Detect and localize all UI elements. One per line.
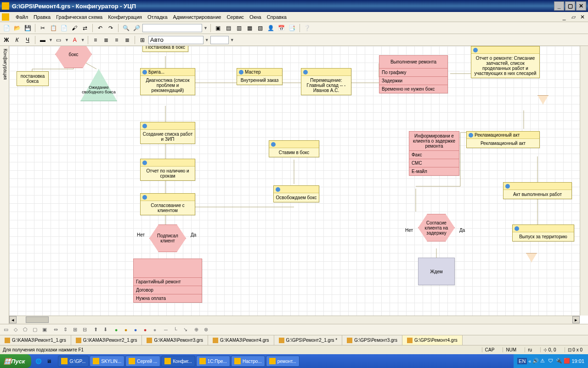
paint-icon[interactable]: 🖌 (70, 23, 79, 33)
tab-6[interactable]: G:\GPS\Ремонт4.grs (402, 335, 463, 345)
conn-2-icon[interactable]: └ (171, 326, 180, 334)
shape-2-icon[interactable]: ◇ (11, 326, 20, 334)
tray-icon-5[interactable]: 🟥 (564, 358, 570, 364)
close-button[interactable]: ✕ (576, 1, 586, 11)
new-icon[interactable]: 📄 (2, 23, 11, 33)
ql-ie-icon[interactable]: 🌐 (34, 356, 43, 366)
layout-1-icon[interactable]: ⊞ (71, 326, 79, 334)
menu-service[interactable]: Сервис (224, 13, 247, 21)
node-diagnostic[interactable]: Брига... Диагностика (список проблем и р… (140, 68, 195, 95)
border-icon[interactable]: ▭ (54, 35, 63, 45)
tray-icon-4[interactable]: 🔌 (556, 358, 562, 364)
tb-d[interactable]: ▦ (245, 23, 254, 33)
misc-2-icon[interactable]: ⊗ (202, 326, 210, 334)
grid-icon[interactable]: ⊞ (138, 35, 147, 45)
align-v-icon[interactable]: ⇕ (61, 326, 69, 334)
italic-icon[interactable]: К (12, 35, 22, 45)
node-postanov[interactable]: Постановка в бокс (142, 46, 188, 52)
tab-5[interactable]: G:\GPS\Ремонт3.grs (342, 335, 402, 345)
tray-icon-1[interactable]: 🔊 (532, 358, 539, 364)
tb-person-icon[interactable]: 👤 (266, 23, 276, 33)
find-icon[interactable]: 🔍 (121, 23, 130, 33)
misc-1-icon[interactable]: ⊕ (192, 326, 200, 334)
redo-icon[interactable]: ↷ (106, 23, 115, 33)
app-menu-icon[interactable] (2, 13, 9, 21)
menu-help[interactable]: Справка (264, 13, 289, 21)
node-wait-triangle[interactable]: Ожидание свободного бокса (80, 69, 117, 101)
node-warranty[interactable]: Гарантийный ремонт Договор Нужна оплата (133, 259, 202, 303)
minimize-button[interactable]: _ (554, 1, 564, 11)
node-inform[interactable]: Информировани е клиента о задержке ремон… (409, 131, 459, 176)
tb-a[interactable]: ▣ (214, 23, 223, 33)
node-agree-client[interactable]: Согласование с клиентом (140, 193, 195, 215)
menu-debug[interactable]: Отладка (145, 13, 170, 21)
cut-icon[interactable]: ✂ (38, 23, 47, 33)
color-4-icon[interactable]: ● (141, 326, 149, 334)
paste-icon[interactable]: 📄 (59, 23, 68, 33)
node-stock-report[interactable]: Отчет по наличию и срокам (140, 159, 195, 181)
shape-4-icon[interactable]: ▢ (31, 326, 39, 334)
compare-icon[interactable]: ⇄ (80, 23, 90, 33)
fill-icon[interactable]: ▬ (38, 35, 47, 45)
task-4[interactable]: 1С:Пре... (196, 356, 230, 367)
search-input[interactable] (142, 24, 202, 32)
node-box-hex[interactable]: бокс (55, 46, 92, 68)
task-6[interactable]: ремонт... (266, 356, 300, 367)
align-right-icon[interactable]: ≡ (112, 35, 121, 45)
menu-windows[interactable]: Окна (247, 13, 264, 21)
menu-admin[interactable]: Администрирование (170, 13, 224, 21)
tb-doc-icon[interactable]: 📑 (288, 23, 297, 33)
node-park[interactable]: постановка бокса (17, 71, 49, 86)
textcolor-icon[interactable]: A (70, 35, 79, 45)
menu-edit[interactable]: Правка (31, 13, 53, 21)
node-wait2[interactable]: Ждем (418, 258, 455, 285)
search-drop-icon[interactable]: ▼ (204, 26, 208, 30)
vertical-scrollbar[interactable] (580, 46, 588, 316)
align-center-icon[interactable]: ≣ (102, 35, 111, 45)
copy-icon[interactable]: 📋 (49, 23, 58, 33)
tab-1[interactable]: G:\KAMA3\Ремонт2_1.grs (71, 335, 142, 345)
mdi-close-button[interactable]: ✕ (579, 14, 586, 20)
node-move[interactable]: Перемещение: Главный склад -- - Иванов А… (301, 68, 351, 95)
layer-f-icon[interactable]: ⬆ (91, 326, 100, 334)
task-0[interactable]: G:\GP... (58, 356, 89, 367)
diagram-canvas[interactable]: бокс постановка бокса Ожидание свободног… (9, 46, 580, 316)
tb-c[interactable]: ▥ (235, 23, 244, 33)
tray-lang[interactable]: EN (517, 358, 527, 364)
conn-1-icon[interactable]: ─ (162, 326, 170, 334)
node-create-list[interactable]: Создание списка работ и ЗИП (140, 122, 195, 144)
tb-b[interactable]: ▤ (224, 23, 233, 33)
tb-e[interactable]: ▧ (256, 23, 265, 33)
tray-icon-2[interactable]: ⚠ (540, 358, 547, 364)
node-master[interactable]: Мастер Внутренний заказ (237, 68, 283, 85)
color-1-icon[interactable]: ● (112, 326, 120, 334)
node-free-box[interactable]: Освобождаем бокс (273, 185, 319, 202)
ql-desktop-icon[interactable]: 🖥 (44, 356, 53, 366)
open-icon[interactable]: 📂 (12, 23, 22, 33)
shape-3-icon[interactable]: ⬠ (21, 326, 29, 334)
tab-4[interactable]: G:\GPS\Ремонт2_1.grs * (274, 335, 343, 345)
tab-2[interactable]: G:\KAMA3\Ремонт3.grs (142, 335, 208, 345)
mdi-minimize-button[interactable]: _ (560, 14, 568, 20)
node-act-done[interactable]: Акт выполненых работ (503, 182, 572, 199)
conn-3-icon[interactable]: ↘ (181, 326, 189, 334)
tray-expand-icon[interactable]: « (528, 358, 531, 364)
horizontal-scrollbar[interactable]: ◂ ▸ (9, 316, 580, 324)
help-icon[interactable]: ❔ (303, 23, 312, 33)
color-3-icon[interactable]: ● (131, 326, 140, 334)
menu-scheme[interactable]: Графическая схема (53, 13, 105, 21)
node-repair-report[interactable]: Отчет о ремонте: Списание запчастей, спи… (471, 46, 540, 78)
node-repair[interactable]: Выполнение ремонта По графику Задержки В… (379, 55, 448, 93)
tray-icon-3[interactable]: 🛡 (548, 358, 554, 364)
layout-2-icon[interactable]: ⊟ (80, 326, 89, 334)
zoom-input[interactable] (148, 36, 204, 44)
node-signed-hex[interactable]: Подписал клиент (149, 224, 186, 252)
align-h-icon[interactable]: ⇔ (51, 326, 60, 334)
side-panel-tab[interactable]: Конфигурация (0, 46, 9, 324)
border-drop-icon[interactable]: ▼ (65, 38, 69, 42)
scroll-thumb[interactable] (26, 316, 49, 323)
tab-3[interactable]: G:\KAMA3\Ремонт4.grs (208, 335, 274, 345)
zoom-drop-icon[interactable]: ▼ (205, 38, 209, 42)
task-1[interactable]: SKYLIN... (90, 356, 124, 367)
bold-icon[interactable]: Ж (2, 35, 11, 45)
